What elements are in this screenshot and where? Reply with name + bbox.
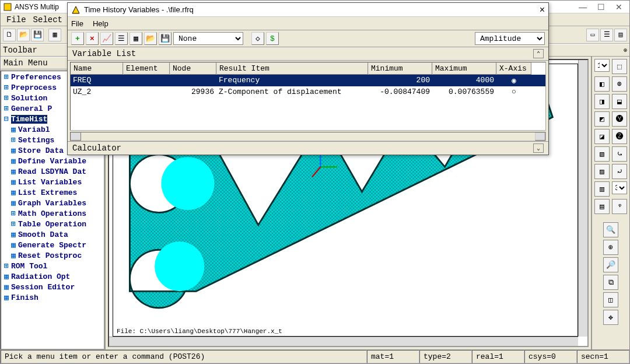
view-cube-2-icon[interactable]: ◨ [594,94,610,109]
main-title: ANSYS Multip [15,3,59,11]
tree-item[interactable]: ▦List Extremes [2,187,103,198]
tree-glyph-icon: ▦ [10,146,17,155]
view-cube-8-icon[interactable]: ▤ [594,199,610,214]
new-icon[interactable]: 🗋 [3,29,16,41]
export-button[interactable]: 💾 [159,32,172,45]
pan-icon[interactable]: ✥ [603,310,618,325]
tree-glyph-icon: ⊞ [3,83,10,92]
col-xaxis[interactable]: X-Axis [496,62,531,75]
overlay-select[interactable]: None [173,32,243,45]
col-node[interactable]: Node [170,62,216,75]
dialog-close-button[interactable]: × [540,5,545,15]
tree-item[interactable]: ⊞Table Operation [2,219,103,229]
close-button[interactable]: ✕ [615,2,622,12]
tree-item[interactable]: ▦Read LSDYNA Dat [2,166,103,177]
tree-item[interactable]: ⊞ROM Tool [2,261,103,271]
variable-row[interactable]: UZ_229936Z-Component of displacement-0.0… [71,86,545,97]
xaxis-radio[interactable]: ◉ [496,75,531,86]
view-aux-4-icon[interactable]: 🅩 [612,129,627,144]
view-aux-6-icon[interactable]: ⤾ [612,164,627,179]
variable-row[interactable]: FREQFrequency2004000◉ [71,75,545,86]
dialog-menu-help[interactable]: Help [93,19,108,28]
properties-button[interactable]: ▦ [130,32,142,45]
toolbar-right-3-icon[interactable]: ▤ [614,29,627,41]
zoom-in-icon[interactable]: ⊕ [603,240,618,255]
variable-table-empty [71,97,545,130]
xaxis-radio[interactable]: ○ [496,86,531,97]
dialog-logo-icon [71,5,80,15]
tree-glyph-icon: ⊞ [3,261,10,271]
right-select-mid[interactable]: 3 [612,181,627,194]
tree-item[interactable]: ▦Smooth Data [2,229,103,240]
maximize-button[interactable]: ☐ [597,2,605,12]
zoom-fit-icon[interactable]: 🔍 [603,222,618,237]
refresh-button[interactable]: $ [266,32,279,45]
dialog-titlebar[interactable]: Time History Variables - .\file.rfrq × [68,3,548,17]
col-element[interactable]: Element [123,62,170,75]
zoom-out-icon[interactable]: 🔎 [603,257,618,272]
toolbar-right-2-icon[interactable]: ☰ [600,29,613,41]
col-min[interactable]: Minimum [368,62,432,75]
dialog-menubar: File Help [68,17,548,30]
tree-item[interactable]: ▦List Variables [2,177,103,187]
view-aux-3-icon[interactable]: 🅨 [612,111,627,127]
tree-item[interactable]: ▦Finish [2,292,103,303]
tree-item[interactable]: ▦Radiation Opt [2,271,103,282]
viewport-scroll-v[interactable] [578,60,587,337]
tree-item-label: Define Variable [18,157,86,166]
toolbar-right-1-icon[interactable]: ▭ [586,29,599,41]
save-icon[interactable]: 💾 [31,29,44,41]
zoom-box-icon[interactable]: ◫ [603,292,618,307]
graph-button[interactable]: 📈 [100,32,113,45]
delete-variable-button[interactable]: × [86,32,99,45]
view-cube-4-icon[interactable]: ◪ [594,129,610,144]
view-aux-5-icon[interactable]: ⤿ [612,146,627,162]
calculator-collapse-icon[interactable]: ⌄ [533,144,544,153]
col-name[interactable]: Name [71,62,123,75]
view-aux-8-icon[interactable]: ᵠ [612,199,627,214]
tree-item[interactable]: ▦Graph Variables [2,198,103,208]
tree-glyph-icon: ⊞ [3,93,10,103]
menu-select[interactable]: Select [30,15,66,24]
view-cube-7-icon[interactable]: ▥ [594,181,610,197]
variable-table-header: Name Element Node Result Item Minimum Ma… [71,62,545,75]
tree-item[interactable]: ⊞Math Operations [2,208,103,219]
tree-glyph-icon: ▦ [3,282,10,292]
view-aux-2-icon[interactable]: ⬓ [612,94,627,109]
viewport-scroll-h[interactable] [109,337,578,346]
minimize-button[interactable]: — [579,2,587,12]
variable-list-collapse-icon[interactable]: ⌃ [533,49,544,58]
col-result[interactable]: Result Item [216,62,368,75]
view-aux-1-icon[interactable]: ⊛ [612,76,627,92]
add-variable-button[interactable]: + [71,32,84,45]
toolbar-icon[interactable]: ▦ [48,29,61,41]
iso-icon[interactable]: ⬚ [612,59,627,74]
tree-item[interactable]: ▦Generate Spectr [2,240,103,250]
tree-item[interactable]: ▦Reset Postproc [2,250,103,261]
toolbar-collapse-icon[interactable]: ⊗ [624,47,627,54]
view-cube-6-icon[interactable]: ▨ [594,164,610,179]
ansys-logo-icon [3,2,12,12]
cell-node: 29936 [170,86,216,97]
view-cube-1-icon[interactable]: ◧ [594,76,610,92]
open-icon[interactable]: 📂 [17,29,30,41]
time-history-dialog: Time History Variables - .\file.rfrq × F… [67,2,549,155]
status-mat: mat=1 [367,350,419,363]
menu-file[interactable]: File [3,15,30,24]
dialog-menu-file[interactable]: File [71,19,83,28]
tree-item-label: Reset Postproc [18,251,82,260]
variable-table-scrollbar[interactable] [70,132,546,141]
view-cube-5-icon[interactable]: ▧ [594,146,610,162]
tree-item[interactable]: ▦Session Editor [2,282,103,292]
status-secn: secn=1 [577,350,629,363]
zoom-window-icon[interactable]: ⧉ [603,275,618,290]
list-button[interactable]: ☰ [115,32,128,45]
import-button[interactable]: 📂 [144,32,157,45]
clear-button[interactable]: ◇ [251,32,264,45]
tree-item-label: TimeHist [11,115,47,124]
display-select[interactable]: Amplitude [475,32,545,45]
right-select-top[interactable]: 1 [594,59,610,72]
view-cube-3-icon[interactable]: ◩ [594,111,610,127]
col-max[interactable]: Maximum [432,62,496,75]
tree-item[interactable]: ▦Define Variable [2,156,103,166]
